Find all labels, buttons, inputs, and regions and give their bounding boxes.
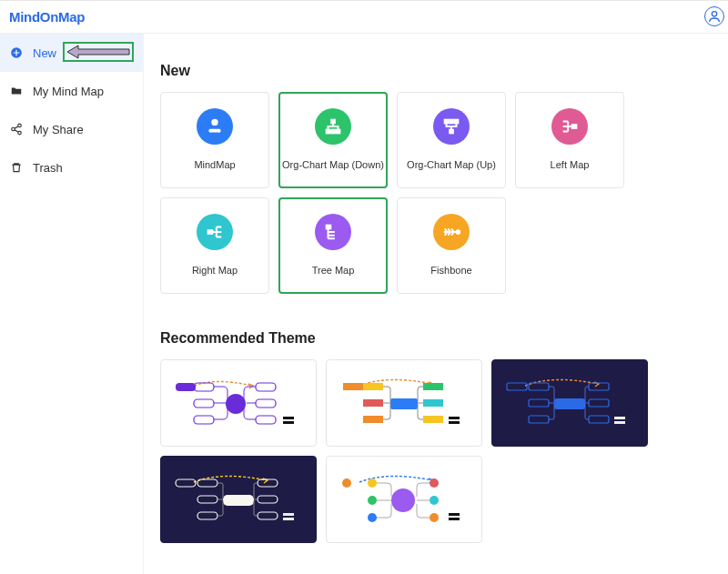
sidebar: New My Mind Map My Share (0, 34, 144, 574)
svg-rect-40 (507, 383, 527, 390)
svg-rect-33 (363, 416, 383, 423)
svg-rect-29 (390, 398, 418, 409)
plus-circle-icon (9, 45, 24, 60)
template-label: Right Map (192, 265, 238, 277)
svg-rect-20 (176, 383, 196, 391)
svg-rect-43 (529, 416, 549, 423)
mindmap-icon (197, 108, 233, 145)
theme-card-dark[interactable] (491, 359, 648, 447)
svg-rect-38 (449, 421, 460, 424)
svg-rect-8 (327, 130, 330, 134)
sidebar-item-new[interactable]: New (0, 34, 143, 72)
theme-card-dark-yellow[interactable] (160, 456, 317, 543)
svg-rect-30 (343, 383, 363, 390)
svg-rect-12 (445, 120, 449, 124)
svg-rect-25 (256, 399, 276, 408)
svg-rect-56 (258, 512, 278, 519)
template-left-map[interactable]: Left Map (515, 92, 624, 188)
org-chart-up-icon (433, 108, 470, 145)
svg-rect-37 (449, 417, 460, 419)
svg-point-0 (712, 12, 716, 16)
svg-rect-45 (589, 399, 609, 407)
mindmap-thumbnail-icon (332, 462, 476, 537)
template-org-chart-down[interactable]: Org-Chart Map (Down) (278, 92, 388, 188)
svg-rect-22 (194, 399, 214, 408)
mindmap-thumbnail-icon (498, 366, 642, 440)
section-title-new: New (160, 63, 712, 79)
svg-rect-42 (529, 399, 549, 407)
sidebar-item-label: Trash (33, 161, 63, 175)
app-logo[interactable]: MindOnMap (9, 9, 85, 25)
org-chart-down-icon (315, 108, 351, 145)
sidebar-item-label: My Mind Map (33, 85, 104, 98)
template-tree-map[interactable]: Tree Map (278, 197, 388, 294)
sidebar-item-my-mind-map[interactable]: My Mind Map (0, 72, 143, 110)
theme-card-colorful[interactable] (326, 359, 482, 447)
sidebar-item-trash[interactable]: Trash (0, 148, 143, 186)
svg-rect-31 (363, 383, 383, 390)
right-map-icon (197, 214, 233, 250)
svg-rect-26 (256, 416, 276, 424)
theme-card-violet[interactable] (326, 456, 482, 543)
main-content: New MindMap Org-Chart Map (Down) (144, 34, 728, 574)
annotation-arrow (62, 41, 135, 63)
svg-rect-10 (337, 130, 340, 134)
template-label: Left Map (551, 159, 590, 171)
trash-icon (9, 160, 24, 175)
svg-rect-52 (197, 496, 217, 503)
user-avatar[interactable] (704, 6, 724, 26)
svg-rect-2 (64, 43, 133, 61)
logo-text: MindOnMap (9, 9, 85, 25)
fishbone-icon (433, 214, 470, 250)
svg-point-66 (430, 513, 439, 522)
svg-point-60 (342, 478, 351, 488)
svg-rect-24 (256, 383, 276, 391)
template-mindmap[interactable]: MindMap (160, 92, 269, 188)
svg-rect-7 (331, 120, 335, 124)
svg-point-4 (12, 127, 15, 131)
svg-rect-48 (614, 421, 625, 424)
section-title-recommended: Recommended Theme (160, 330, 712, 347)
svg-rect-36 (423, 416, 443, 423)
svg-rect-50 (176, 479, 196, 487)
template-org-chart-up[interactable]: Org-Chart Map (Up) (397, 92, 506, 188)
folder-icon (9, 84, 24, 98)
svg-rect-34 (423, 383, 443, 390)
svg-point-59 (391, 488, 415, 512)
svg-point-18 (457, 231, 460, 235)
svg-rect-28 (283, 421, 294, 424)
svg-rect-27 (283, 417, 294, 419)
svg-point-63 (368, 513, 377, 522)
svg-point-5 (18, 131, 22, 135)
theme-grid (160, 359, 712, 543)
mindmap-thumbnail-icon (332, 366, 476, 440)
svg-rect-16 (208, 231, 213, 235)
sidebar-item-my-share[interactable]: My Share (0, 110, 143, 148)
template-fishbone[interactable]: Fishbone (397, 197, 506, 294)
template-label: MindMap (194, 159, 235, 171)
svg-rect-58 (283, 518, 294, 520)
svg-rect-47 (614, 417, 625, 419)
tree-map-icon (315, 214, 351, 250)
template-grid: MindMap Org-Chart Map (Down) Org-Chart M… (160, 92, 712, 294)
share-icon (9, 122, 24, 136)
svg-rect-55 (258, 496, 278, 503)
svg-rect-67 (449, 513, 460, 516)
template-label: Tree Map (312, 265, 355, 277)
svg-point-19 (226, 394, 246, 414)
svg-point-62 (368, 496, 377, 505)
svg-rect-57 (283, 513, 294, 516)
mindmap-thumbnail-icon (167, 366, 310, 440)
svg-rect-46 (589, 416, 609, 423)
svg-rect-9 (331, 130, 335, 134)
svg-rect-35 (423, 399, 443, 407)
svg-rect-68 (449, 518, 460, 520)
template-label: Fishbone (430, 265, 471, 277)
svg-point-65 (430, 496, 439, 505)
template-right-map[interactable]: Right Map (160, 197, 269, 294)
left-map-icon (551, 108, 588, 145)
sidebar-item-label: New (33, 46, 56, 60)
svg-point-6 (211, 119, 217, 126)
svg-point-61 (368, 478, 377, 488)
theme-card-purple[interactable] (160, 359, 317, 447)
